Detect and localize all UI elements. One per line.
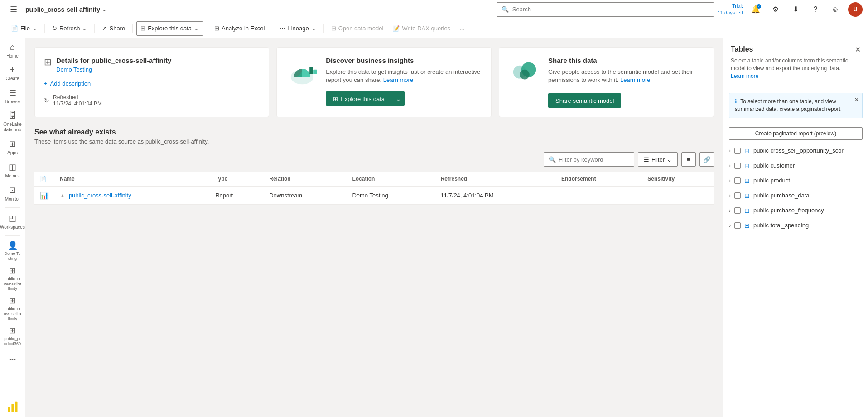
row-sensitivity-cell: —	[642, 186, 714, 205]
th-icon: 📄	[34, 172, 54, 186]
share-icon: ↗	[102, 25, 107, 32]
refresh-button[interactable]: ↻ Refresh ⌄	[48, 21, 91, 36]
file-button[interactable]: 📄 File ⌄	[7, 21, 41, 36]
share-title: Share this data	[548, 57, 704, 64]
sidebar-item-home[interactable]: ⌂ Home	[2, 40, 24, 62]
table-checkbox[interactable]	[734, 192, 741, 199]
row-relation-cell: Downstream	[264, 186, 347, 205]
table-list-item[interactable]: › ⊞ public purchase_frequency	[723, 203, 868, 218]
table-checkbox[interactable]	[734, 163, 741, 169]
item-name[interactable]: public_cross-sell-affinity	[69, 192, 131, 199]
feedback-button[interactable]: ☺	[828, 2, 843, 17]
sidebar-item-cross-sell-1[interactable]: ⊞ public_cross-sell-affinity	[2, 264, 24, 293]
separator	[44, 24, 45, 33]
download-button[interactable]: ⬇	[788, 2, 803, 17]
columns-button[interactable]: ≡	[681, 152, 696, 167]
sidebar-item-monitor[interactable]: ⊡ Monitor	[2, 182, 24, 205]
sidebar-item-label: Browse	[5, 99, 20, 105]
insights-learn-more[interactable]: Learn more	[383, 77, 413, 83]
hamburger-btn[interactable]: ☰	[5, 1, 22, 18]
sidebar: ⌂ Home + Create ☰ Browse 🗄 OneLake data …	[0, 38, 25, 417]
share-semantic-btn[interactable]: Share semantic model	[548, 93, 621, 108]
table-list-item[interactable]: › ⊞ public cross_sell_opportunity_scor	[723, 144, 868, 158]
th-refreshed: Refreshed	[435, 172, 556, 186]
sidebar-item-metrics[interactable]: ◫ Metrics	[2, 159, 24, 182]
write-dax-button[interactable]: 📝 Write DAX queries	[389, 21, 454, 36]
filter-label: Filter	[651, 156, 665, 163]
add-description-button[interactable]: + Add description	[44, 80, 260, 87]
filter-input[interactable]	[559, 156, 629, 163]
table-grid-icon: ⊞	[744, 147, 750, 154]
details-card-title: Details for public_cross-sell-affinity	[56, 57, 171, 64]
write-dax-label: Write DAX queries	[402, 25, 450, 32]
explore-data-main-btn[interactable]: ⊞ Explore this data	[326, 91, 392, 106]
table-row[interactable]: 📊 ▲ public_cross-sell-affinity Report Do…	[34, 186, 714, 205]
table-list-item[interactable]: › ⊞ public product	[723, 173, 868, 188]
cards-row: ⊞ Details for public_cross-sell-affinity…	[34, 47, 714, 117]
sidebar-item-demo-testing[interactable]: 👤 Demo Testing	[2, 239, 24, 263]
row-type-cell: Report	[210, 186, 264, 205]
sidebar-item-create[interactable]: + Create	[2, 62, 24, 84]
explore-data-button[interactable]: ⊞ Explore this data ⌄	[136, 21, 203, 36]
search-input[interactable]	[512, 6, 709, 13]
sidebar-item-onelake[interactable]: 🗄 OneLake data hub	[2, 108, 24, 135]
dataset-icon: ⊞	[44, 57, 52, 67]
chevron-icon: ›	[729, 148, 731, 154]
table-checkbox[interactable]	[734, 148, 741, 154]
sidebar-item-browse[interactable]: ☰ Browse	[2, 85, 24, 107]
explore-btn-label: Explore this data	[341, 96, 385, 102]
svg-rect-0	[8, 407, 10, 412]
sidebar-item-label: Apps	[7, 150, 18, 156]
separator	[94, 24, 95, 33]
insights-description: Explore this data to get insights fast o…	[326, 68, 482, 84]
notifications-button[interactable]: 🔔 7	[748, 2, 763, 17]
workspaces-icon: ◰	[9, 213, 16, 223]
table-list-item[interactable]: › ⊞ public purchase_data	[723, 188, 868, 203]
filter-input-wrapper[interactable]: 🔍	[544, 152, 634, 167]
table-checkbox[interactable]	[734, 177, 741, 184]
cross-sell-2-icon: ⊞	[9, 296, 16, 306]
insights-card: Discover business insights Explore this …	[276, 47, 492, 117]
link-button[interactable]: 🔗	[699, 152, 714, 167]
search-bar[interactable]: 🔍	[497, 2, 714, 17]
table-list-item[interactable]: › ⊞ public customer	[723, 158, 868, 173]
row-refreshed-cell: 11/7/24, 4:01:04 PM	[435, 186, 556, 205]
table-list-item[interactable]: › ⊞ public total_spending	[723, 218, 868, 233]
open-model-label: Open data model	[338, 25, 384, 32]
create-paginated-report-btn[interactable]: Create paginated report (preview)	[729, 127, 863, 140]
analyze-excel-button[interactable]: ⊞ Analyze in Excel	[211, 21, 268, 36]
right-panel-close-btn[interactable]: ✕	[855, 45, 861, 54]
sidebar-item-apps[interactable]: ⊞ Apps	[2, 136, 24, 158]
search-icon: 🔍	[549, 156, 556, 163]
separator	[323, 24, 324, 33]
home-icon: ⌂	[10, 43, 15, 52]
workspace-link[interactable]: Demo Testing	[56, 66, 171, 73]
lineage-button[interactable]: ⋯ Lineage ⌄	[276, 21, 319, 36]
sidebar-item-label: Demo Testing	[4, 251, 22, 261]
notification-count: 7	[757, 4, 761, 9]
filter-button[interactable]: ☰ Filter ⌄	[638, 152, 678, 167]
table-checkbox[interactable]	[734, 222, 741, 229]
sidebar-item-more[interactable]: •••	[2, 354, 24, 365]
share-learn-more[interactable]: Learn more	[620, 77, 650, 83]
table-grid-icon: ⊞	[744, 177, 750, 184]
share-description: Give people access to the semantic model…	[548, 68, 704, 84]
sidebar-item-workspaces[interactable]: ◰ Workspaces	[2, 211, 24, 233]
info-banner-close-btn[interactable]: ✕	[854, 96, 859, 103]
right-panel-learn-more[interactable]: Learn more	[731, 73, 758, 79]
analyze-label: Analyze in Excel	[222, 25, 265, 32]
avatar[interactable]: U	[848, 2, 863, 17]
explore-data-chevron-btn[interactable]: ⌄	[392, 91, 405, 106]
trial-badge: Trial: 11 days left	[718, 3, 743, 16]
help-button[interactable]: ?	[808, 2, 823, 17]
sidebar-item-cross-sell-2[interactable]: ⊞ public_cross-sell-affinity	[2, 294, 24, 323]
table-checkbox[interactable]	[734, 207, 741, 214]
sidebar-item-product360[interactable]: ⊞ public_product360	[2, 324, 24, 348]
open-model-button[interactable]: ⊟ Open data model	[328, 21, 387, 36]
refresh-icon: ↻	[52, 25, 57, 32]
more-button[interactable]: ...	[456, 21, 468, 36]
share-button[interactable]: ↗ Share	[98, 21, 129, 36]
toolbar: 📄 File ⌄ ↻ Refresh ⌄ ↗ Share ⊞ Explore t…	[0, 19, 868, 38]
settings-button[interactable]: ⚙	[768, 2, 783, 17]
chevron-icon: ›	[729, 177, 731, 184]
